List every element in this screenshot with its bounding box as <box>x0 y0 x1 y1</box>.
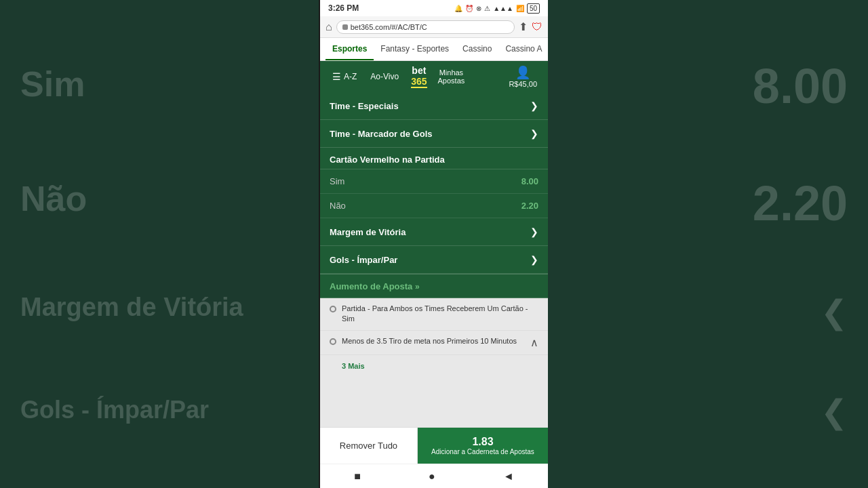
gols-label: Gols - Ímpar/Par <box>330 255 397 265</box>
android-back-btn[interactable]: ◄ <box>503 470 514 483</box>
gols-chevron: ❯ <box>530 254 538 265</box>
battery-icon: 50 <box>527 3 540 14</box>
nav-tabs: Esportes Fantasy - Esportes Cassino Cass… <box>320 38 548 61</box>
cartao-vermelho-title: Cartão Vermelho na Partida <box>320 148 548 169</box>
bg-chevron-1: ❮ <box>821 293 848 331</box>
time-especiais-label: Time - Especiais <box>330 101 399 111</box>
browser-actions: ⬆ 🛡 <box>519 20 542 33</box>
url-text: bet365.com/#/AC/BT/C <box>351 23 427 31</box>
ao-vivo-nav-item[interactable]: Ao-Vivo <box>363 66 406 87</box>
bet-slip-text-1: Partida - Para Ambos os Times Receberem … <box>342 304 538 325</box>
accordion-header-margem[interactable]: Margem de Vitória ❯ <box>320 218 548 245</box>
bg-value-2: 2.20 <box>753 176 848 231</box>
accordion-header-time-especiais[interactable]: Time - Especiais ❯ <box>320 92 548 119</box>
bet-radio-2 <box>330 338 336 345</box>
bet-slip-more[interactable]: 3 Mais <box>320 355 548 377</box>
bet-slip-item-2: Menos de 3.5 Tiro de meta nos Primeiros … <box>320 331 548 355</box>
ao-vivo-label: Ao-Vivo <box>370 72 399 81</box>
status-time: 3:26 PM <box>328 3 359 13</box>
cartao-vermelho-section: Cartão Vermelho na Partida Sim 8.00 Não … <box>320 148 548 218</box>
aumento-bar[interactable]: Aumento de Aposta » <box>320 274 548 298</box>
accordion-header-time-marcador[interactable]: Time - Marcador de Gols ❯ <box>320 120 548 147</box>
bet-odds-sim: 8.00 <box>521 176 538 186</box>
add-to-caderneta-button[interactable]: 1.83 Adicionar a Caderneta de Apostas <box>418 428 548 464</box>
alarm-icon: 🔔 <box>454 5 462 12</box>
bet-slip-panel: Partida - Para Ambos os Times Receberem … <box>320 298 548 427</box>
accordion-margem: Margem de Vitória ❯ <box>320 218 548 246</box>
account-nav[interactable]: 👤 R$45,00 <box>503 62 542 91</box>
collapse-chevron[interactable]: ∧ <box>530 336 538 349</box>
upload-icon[interactable]: ⬆ <box>519 20 528 33</box>
time-marcador-chevron: ❯ <box>530 128 538 139</box>
accordion-gols: Gols - Ímpar/Par ❯ <box>320 246 548 274</box>
margem-chevron: ❯ <box>530 226 538 237</box>
bet365-bet-text: bet <box>412 65 426 76</box>
time-marcador-label: Time - Marcador de Gols <box>330 129 432 139</box>
margem-label: Margem de Vitória <box>330 227 406 237</box>
background-right: 8.00 2.20 ❮ ❮ <box>548 0 868 488</box>
secure-icon <box>342 24 348 30</box>
wifi-icon: 📶 <box>516 5 524 12</box>
shield-icon[interactable]: 🛡 <box>532 21 542 33</box>
bet-slip-item-1: Partida - Para Ambos os Times Receberem … <box>320 298 548 331</box>
clock-icon: ⏰ <box>465 5 473 12</box>
top-nav: ☰ A-Z Ao-Vivo bet 365 Minhas Apostas 👤 R… <box>320 61 548 92</box>
bet-label-sim: Sim <box>330 176 344 186</box>
time-especiais-chevron: ❯ <box>530 100 538 111</box>
bet365-logo[interactable]: bet 365 <box>406 62 432 91</box>
bg-text-sim: Sim <box>20 64 298 104</box>
bg-text-nao: Não <box>20 178 298 219</box>
add-label: Adicionar a Caderneta de Apostas <box>431 448 534 455</box>
bet-slip-text-2: Menos de 3.5 Tiro de meta nos Primeiros … <box>342 336 517 346</box>
aumento-text: Aumento de Aposta » <box>330 281 420 291</box>
bet-row-nao[interactable]: Não 2.20 <box>320 194 548 218</box>
signal-icon: ▲▲▲ <box>493 5 513 12</box>
account-icon: 👤 <box>515 65 530 80</box>
browser-bar: ⌂ bet365.com/#/AC/BT/C ⬆ 🛡 <box>320 16 548 38</box>
account-balance: R$45,00 <box>509 80 537 88</box>
status-bar: 3:26 PM 🔔 ⏰ ⊗ ⚠ ▲▲▲ 📶 50 <box>320 0 548 16</box>
bet365-num-text: 365 <box>411 76 427 88</box>
accordion-header-gols[interactable]: Gols - Ímpar/Par ❯ <box>320 246 548 273</box>
android-circle-btn[interactable]: ● <box>429 470 435 483</box>
accordion-time-especiais: Time - Especiais ❯ <box>320 92 548 120</box>
bet-row-sim[interactable]: Sim 8.00 <box>320 169 548 194</box>
warning-icon: ⚠ <box>484 5 490 12</box>
remove-all-button[interactable]: Remover Tudo <box>320 428 418 464</box>
aumento-highlight: Aumento <box>330 281 368 291</box>
minhas-label: Minhas <box>439 68 463 77</box>
content-area: Time - Especiais ❯ Time - Marcador de Go… <box>320 92 548 427</box>
more-label: 3 Mais <box>342 362 365 370</box>
az-nav-item[interactable]: ☰ A-Z <box>326 66 363 87</box>
url-box[interactable]: bet365.com/#/AC/BT/C <box>336 20 515 34</box>
tab-cassino-a[interactable]: Cassino A <box>498 39 548 60</box>
sync-icon: ⊗ <box>476 5 481 12</box>
apostas-label: Apostas <box>438 77 465 85</box>
tab-cassino[interactable]: Cassino <box>456 39 498 60</box>
az-label: A-Z <box>344 72 357 81</box>
android-nav: ■ ● ◄ <box>320 464 548 488</box>
bet-odds-nao: 2.20 <box>521 201 538 211</box>
add-odds-value: 1.83 <box>472 436 493 448</box>
tab-esportes[interactable]: Esportes <box>326 39 374 60</box>
bet-radio-1 <box>330 306 336 312</box>
accordion-time-marcador: Time - Marcador de Gols ❯ <box>320 120 548 148</box>
android-square-btn[interactable]: ■ <box>354 470 361 483</box>
hamburger-icon: ☰ <box>332 71 341 82</box>
home-icon[interactable]: ⌂ <box>326 21 332 33</box>
bg-text-margem: Margem de Vitória <box>20 293 298 322</box>
status-icons: 🔔 ⏰ ⊗ ⚠ ▲▲▲ 📶 50 <box>454 3 540 14</box>
bg-value-1: 8.00 <box>753 58 848 114</box>
minhas-apostas-nav[interactable]: Minhas Apostas <box>433 66 471 87</box>
bg-text-gols: Gols - Ímpar/Par <box>20 396 298 424</box>
aumento-suffix: de Aposta <box>370 281 415 291</box>
background-left: Sim Não Margem de Vitória Gols - Ímpar/P… <box>0 0 319 488</box>
phone-frame: 3:26 PM 🔔 ⏰ ⊗ ⚠ ▲▲▲ 📶 50 ⌂ bet365.com/#/… <box>320 0 548 488</box>
bet-label-nao: Não <box>330 201 346 211</box>
bg-chevron-2: ❮ <box>821 392 848 430</box>
aumento-arrows: » <box>415 282 420 291</box>
action-bar: Remover Tudo 1.83 Adicionar a Caderneta … <box>320 427 548 464</box>
tab-fantasy[interactable]: Fantasy - Esportes <box>374 39 456 60</box>
